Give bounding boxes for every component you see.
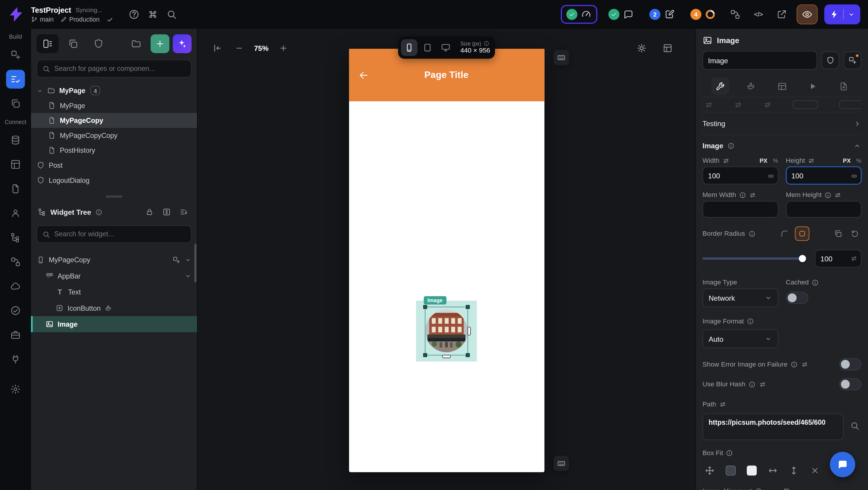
support-chat-button[interactable] <box>830 452 855 477</box>
add-folder-button[interactable] <box>125 34 147 53</box>
reset-alignment-button[interactable] <box>780 484 794 490</box>
info-icon[interactable] <box>824 191 831 198</box>
phone-preview[interactable]: Page Title Image <box>349 49 544 472</box>
set-variable-icon[interactable] <box>705 100 713 109</box>
box-fit-fit-width-button[interactable] <box>766 463 780 478</box>
resize-handle-right[interactable] <box>467 327 470 336</box>
component-row[interactable]: LogoutDialog <box>31 173 197 188</box>
set-variable-icon[interactable] <box>734 100 742 109</box>
lock-widgets-button[interactable] <box>143 205 156 219</box>
zoom-out-button[interactable] <box>232 41 246 56</box>
rail-integrations[interactable] <box>6 350 25 369</box>
image-section-header[interactable]: Image <box>703 142 862 150</box>
api-nodes-button[interactable] <box>727 6 743 23</box>
resize-handle-top-right[interactable] <box>465 305 469 309</box>
chevron-down-icon[interactable] <box>184 272 191 279</box>
mem-width-input[interactable] <box>703 201 778 217</box>
device-desktop-button[interactable] <box>437 39 454 56</box>
page-row[interactable]: MyPage <box>31 98 197 113</box>
rail-page-selector[interactable] <box>6 70 25 89</box>
open-new-tab-button[interactable] <box>774 6 790 23</box>
info-icon[interactable] <box>95 209 102 216</box>
wrap-widget-button[interactable] <box>844 51 862 69</box>
box-fit-cover-button[interactable] <box>745 463 759 478</box>
set-variable-icon[interactable] <box>808 157 815 164</box>
page-row[interactable]: MyPageCopyCopy <box>31 128 197 143</box>
box-fit-fit-height-button[interactable] <box>787 463 801 478</box>
resize-handle-top-left[interactable] <box>423 305 427 309</box>
image-format-dropdown[interactable]: Auto <box>703 329 778 348</box>
chevron-down-icon[interactable] <box>184 256 191 264</box>
page-row-selected[interactable]: MyPageCopy <box>31 113 197 128</box>
set-variable-icon[interactable] <box>764 100 772 109</box>
pages-search-input[interactable] <box>54 65 186 72</box>
performance-status-group[interactable] <box>561 5 597 24</box>
convert-to-component-button[interactable] <box>822 51 839 69</box>
info-icon[interactable] <box>739 191 746 198</box>
set-variable-icon[interactable] <box>719 400 726 407</box>
widget-row-image-selected[interactable]: Image <box>31 316 197 332</box>
set-variable-icon[interactable] <box>722 157 730 164</box>
widget-add-icon[interactable] <box>172 256 181 264</box>
border-radius-slider[interactable] <box>703 257 806 259</box>
components-view-button[interactable] <box>62 34 84 53</box>
blur-hash-toggle[interactable] <box>839 378 862 390</box>
set-variable-icon[interactable] <box>801 361 808 368</box>
page-body-preview[interactable]: Image <box>349 101 544 472</box>
device-tablet-button[interactable] <box>419 39 435 56</box>
rail-database[interactable] <box>6 130 25 149</box>
percent-unit-toggle[interactable]: % <box>773 157 778 164</box>
tree-options-button[interactable] <box>177 205 190 219</box>
px-unit-toggle[interactable]: PX <box>843 157 850 164</box>
box-fit-contain-button[interactable] <box>723 463 738 478</box>
set-variable-icon[interactable] <box>749 191 756 198</box>
theme-toggle-button[interactable] <box>634 41 649 56</box>
info-icon[interactable] <box>749 381 756 388</box>
image-widget-selection[interactable]: Image <box>416 301 477 362</box>
cut-input[interactable] <box>793 100 818 109</box>
path-input[interactable]: https://picsum.photos/seed/465/600 <box>703 414 844 440</box>
widget-row-appbar[interactable]: AppBar <box>31 268 197 284</box>
mem-height-input[interactable] <box>786 201 862 217</box>
environment-selector[interactable]: Production <box>60 16 99 23</box>
search-button[interactable] <box>163 6 180 23</box>
guarded-pages-button[interactable] <box>87 34 110 53</box>
zoom-in-button[interactable] <box>276 41 290 56</box>
rail-settings[interactable] <box>6 380 25 399</box>
flutterflow-logo[interactable] <box>8 6 24 23</box>
infinity-icon[interactable]: ∞ <box>768 172 774 179</box>
tab-backend[interactable] <box>773 77 791 95</box>
tab-actions[interactable] <box>742 77 760 95</box>
testing-section-toggle[interactable]: Testing <box>703 112 862 135</box>
rail-files[interactable] <box>6 179 25 198</box>
set-variable-icon[interactable] <box>850 255 857 262</box>
component-row[interactable]: Post <box>31 158 197 173</box>
page-row[interactable]: PostHistory <box>31 143 197 158</box>
resize-handle-bottom[interactable] <box>442 355 451 358</box>
widget-search-input[interactable] <box>54 231 186 238</box>
collapse-panel-button[interactable] <box>210 41 224 56</box>
info-icon[interactable] <box>726 449 733 456</box>
box-fit-scale-down-button[interactable] <box>808 463 822 478</box>
code-view-button[interactable]: </> <box>750 6 767 23</box>
set-variable-icon[interactable] <box>834 191 841 198</box>
info-icon[interactable] <box>747 317 754 325</box>
info-icon[interactable] <box>484 40 490 47</box>
canvas[interactable]: 75% Size (px) 440 × 956 Page Title <box>197 29 695 490</box>
comments-status-group[interactable] <box>604 6 638 23</box>
resize-handle-bottom-left[interactable] <box>423 353 427 357</box>
copy-radius-button[interactable] <box>831 227 845 240</box>
resize-handle-bottom-right[interactable] <box>465 353 469 357</box>
cached-toggle[interactable] <box>786 292 808 304</box>
chevron-down-icon[interactable] <box>37 87 43 94</box>
preview-button[interactable] <box>797 4 817 24</box>
rail-automations[interactable] <box>6 252 25 271</box>
todo-status-group[interactable]: 2 <box>645 6 679 23</box>
rail-checks[interactable] <box>6 301 25 320</box>
expand-collapse-button[interactable] <box>160 205 173 219</box>
rail-logs[interactable] <box>6 228 25 247</box>
widget-row-iconbutton[interactable]: IconButton <box>31 300 197 316</box>
widget-row-root[interactable]: MyPageCopy <box>31 252 197 268</box>
pages-view-button[interactable] <box>37 34 59 53</box>
width-input[interactable] <box>703 166 778 184</box>
